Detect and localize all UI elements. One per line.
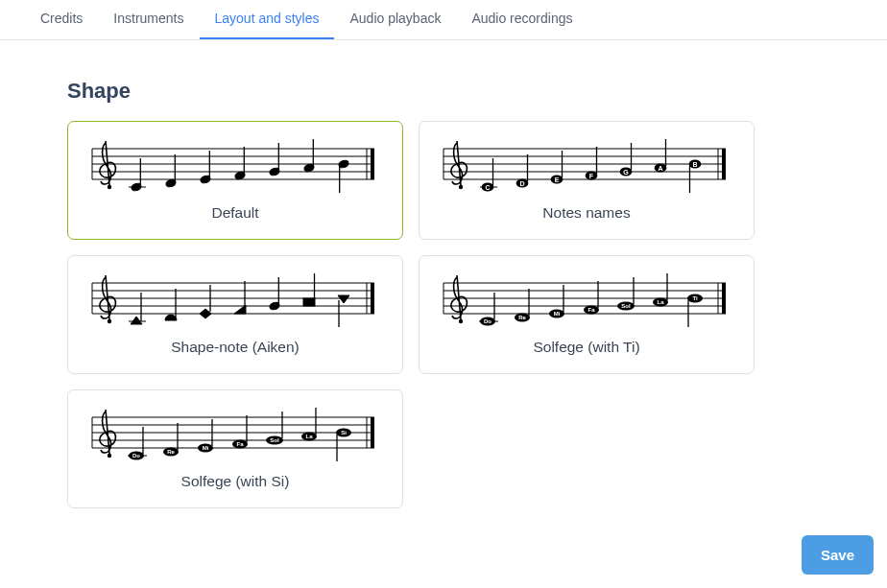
shape-options-grid: Default C D <box>67 121 860 508</box>
svg-text:La: La <box>305 434 313 439</box>
svg-text:B: B <box>692 161 697 168</box>
svg-text:Mi: Mi <box>203 445 209 451</box>
section-title-shape: Shape <box>67 79 860 104</box>
option-label: Solfege (with Si) <box>82 473 389 490</box>
svg-point-32 <box>459 185 463 189</box>
tab-layout-styles[interactable]: Layout and styles <box>200 0 335 39</box>
svg-text:Sol: Sol <box>621 303 631 309</box>
option-label: Solfege (with Ti) <box>433 339 740 356</box>
tabs-bar: Credits Instruments Layout and styles Au… <box>0 0 887 40</box>
option-notes-names[interactable]: C D E F G A B Notes names <box>419 121 755 240</box>
svg-text:A: A <box>658 165 662 172</box>
option-label: Shape-note (Aiken) <box>82 339 389 356</box>
svg-text:F: F <box>589 173 594 179</box>
tab-credits[interactable]: Credits <box>25 0 98 39</box>
svg-text:Mi: Mi <box>554 311 561 317</box>
svg-text:E: E <box>555 176 560 183</box>
svg-point-82 <box>459 319 463 323</box>
svg-rect-61 <box>371 283 374 314</box>
svg-text:Ti: Ti <box>692 295 698 301</box>
svg-rect-80 <box>722 283 726 314</box>
option-default[interactable]: Default <box>67 121 403 240</box>
svg-point-113 <box>108 454 111 458</box>
svg-rect-111 <box>371 417 374 448</box>
panel-layout-styles: Shape <box>40 40 887 588</box>
svg-rect-71 <box>303 298 315 306</box>
music-preview-icon <box>82 270 389 329</box>
svg-text:Fa: Fa <box>236 441 244 447</box>
svg-text:Do: Do <box>484 318 491 324</box>
svg-text:Sol: Sol <box>270 437 279 443</box>
svg-text:Fa: Fa <box>587 307 595 313</box>
music-preview-icon <box>82 135 389 195</box>
svg-point-8 <box>108 185 111 189</box>
music-preview-icon: Do Re Mi Fa Sol La Si <box>82 404 389 463</box>
tab-audio-playback[interactable]: Audio playback <box>334 0 456 39</box>
svg-text:C: C <box>485 184 490 191</box>
svg-rect-6 <box>371 149 374 179</box>
svg-text:Do: Do <box>132 453 140 459</box>
svg-point-63 <box>108 319 111 323</box>
option-solfege-ti[interactable]: Do Re Mi Fa Sol La Ti Solfege (with Ti) <box>419 255 755 374</box>
music-preview-icon: Do Re Mi Fa Sol La Ti <box>433 270 740 329</box>
option-label: Notes names <box>433 204 740 222</box>
tab-instruments[interactable]: Instruments <box>98 0 199 39</box>
svg-rect-30 <box>722 149 726 179</box>
tab-audio-recordings[interactable]: Audio recordings <box>456 0 587 39</box>
save-button[interactable]: Save <box>802 535 874 575</box>
svg-text:Re: Re <box>167 449 175 455</box>
svg-text:D: D <box>519 180 524 187</box>
svg-text:G: G <box>623 169 629 176</box>
music-preview-icon: C D E F G A B <box>433 135 740 195</box>
option-solfege-si[interactable]: Do Re Mi Fa Sol La Si Solfege (with Si) <box>67 389 403 508</box>
svg-text:Re: Re <box>518 315 526 320</box>
svg-text:La: La <box>657 299 664 305</box>
option-shape-note-aiken[interactable]: Shape-note (Aiken) <box>67 255 403 374</box>
option-label: Default <box>82 204 389 222</box>
svg-text:Si: Si <box>341 430 347 435</box>
